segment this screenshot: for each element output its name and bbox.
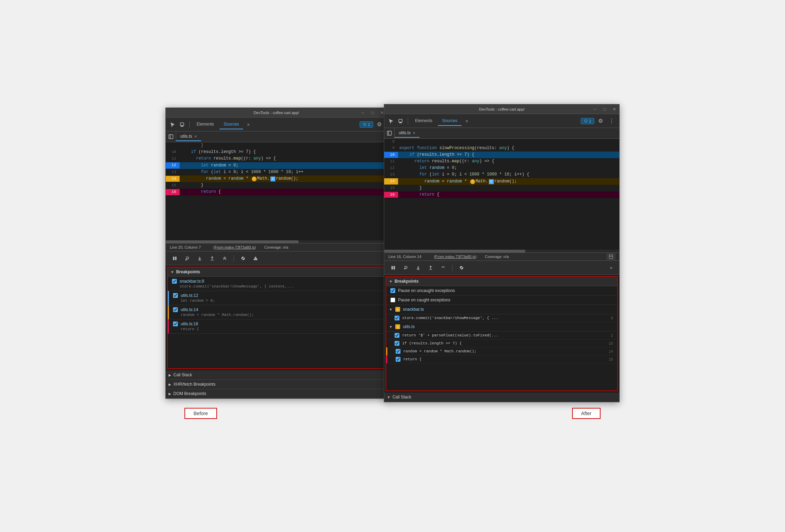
- snackbar-group-header[interactable]: ▼ {} snackbar.ts: [386, 305, 617, 314]
- source-link[interactable]: From index-73f73a80.js: [215, 245, 255, 249]
- r-call-stack-header[interactable]: ▼ Call Stack: [384, 393, 619, 402]
- sidebar-toggle[interactable]: [166, 131, 176, 142]
- tab-sources[interactable]: Sources: [219, 120, 243, 129]
- r-call-stack-label: Call Stack: [392, 395, 411, 400]
- file-tab-utils[interactable]: utils.ts ✕: [176, 132, 201, 141]
- deactivate-breakpoints-button[interactable]: [238, 254, 248, 263]
- console-badge[interactable]: 🗨 1: [360, 121, 373, 128]
- r-more-options[interactable]: »: [607, 265, 615, 270]
- settings-icon[interactable]: ⚙: [374, 120, 384, 129]
- r-step-into-button[interactable]: [413, 263, 423, 273]
- r-coverage-status: Coverage: n/a: [485, 255, 509, 259]
- r-code-line-10: 10 if (results.length >= 7) {: [384, 152, 619, 158]
- r-code-line-12: 12 let random = 0;: [384, 165, 619, 171]
- r-step-over-button[interactable]: [401, 263, 411, 273]
- r-file-tab-close[interactable]: ✕: [413, 131, 415, 135]
- r-file-tab-name: utils.ts: [399, 130, 411, 135]
- right-toolbar: Elements Sources » 🗨 1 ⚙ ⋮: [384, 114, 619, 128]
- pause-caught-checkbox[interactable]: [390, 298, 395, 302]
- utils-bp-line-3: 14: [606, 349, 613, 353]
- call-stack-header[interactable]: ▶ Call Stack: [166, 370, 387, 380]
- svg-rect-17: [387, 131, 391, 135]
- r-pause-button[interactable]: [388, 263, 398, 273]
- pause-uncaught-checkbox[interactable]: [390, 288, 395, 293]
- r-tab-sources[interactable]: Sources: [438, 116, 461, 126]
- r-maximize-button[interactable]: □: [600, 104, 610, 114]
- utils-group-header[interactable]: ▼ {} utils.ts: [386, 322, 617, 332]
- utils-bp-code-4: return {: [403, 357, 603, 361]
- left-title-bar: DevTools - coffee-cart.app/ – □ ✕: [166, 108, 387, 118]
- r-more-icon[interactable]: ⋮: [607, 116, 616, 126]
- r-more-tabs[interactable]: »: [463, 119, 471, 123]
- xhr-header[interactable]: ▶ XHR/fetch Breakpoints: [166, 380, 387, 389]
- horizontal-scrollbar[interactable]: [166, 240, 387, 243]
- minimize-button[interactable]: –: [358, 108, 368, 118]
- left-title-text: DevTools - coffee-cart.app/: [253, 111, 299, 115]
- bp-filename-1: snackbar.ts:9: [180, 279, 204, 284]
- bp-checkbox-1[interactable]: [172, 279, 177, 284]
- r-console-badge[interactable]: 🗨 1: [581, 118, 594, 124]
- r-minimize-button[interactable]: –: [590, 104, 600, 114]
- svg-rect-22: [394, 266, 395, 269]
- badge-count: 1: [368, 122, 370, 127]
- r-code-line-14: 14 random = random * ?Math.Drandom();: [384, 178, 619, 185]
- svg-rect-2: [169, 135, 173, 139]
- bp-code-3: random = random * Math.random();: [173, 312, 381, 317]
- code-line-14: 14 random = random * ?Math.Drandom();: [166, 175, 387, 182]
- right-code-area: 8 9 export function slowProcessing(resul…: [384, 139, 619, 252]
- cursor-icon[interactable]: [169, 120, 177, 129]
- r-breakpoints-header[interactable]: ▼ Breakpoints: [386, 277, 617, 286]
- bp-checkbox-2[interactable]: [173, 293, 178, 298]
- r-source-link[interactable]: From index-73f73a80.js: [435, 255, 475, 259]
- breakpoints-header[interactable]: ▼ Breakpoints: [168, 267, 385, 277]
- r-breakpoints-title: Breakpoints: [395, 279, 419, 284]
- svg-rect-19: [609, 255, 613, 258]
- tab-elements[interactable]: Elements: [192, 120, 218, 129]
- pause-on-exception-button[interactable]: !: [251, 254, 260, 263]
- right-devtools-panel: DevTools - coffee-cart.app/ – □ ✕ Elemen…: [384, 104, 620, 402]
- r-deactivate-btn[interactable]: [457, 263, 466, 273]
- left-file-tab-bar: utils.ts ✕: [166, 131, 387, 142]
- svg-rect-21: [391, 266, 393, 269]
- layout-icon[interactable]: [607, 254, 615, 260]
- step-out-button[interactable]: [207, 254, 217, 263]
- r-horizontal-scrollbar[interactable]: [384, 250, 619, 252]
- r-step-out-button[interactable]: [426, 263, 435, 273]
- r-close-button[interactable]: ✕: [610, 104, 619, 114]
- r-scroll-thumb-h: [384, 250, 525, 252]
- r-code-line-11: 11 return results.map((r: any) => {: [384, 158, 619, 165]
- step-into-button[interactable]: [195, 254, 205, 263]
- dom-header[interactable]: ▶ DOM Breakpoints: [166, 389, 387, 398]
- right-status-bar: Line 16, Column 14 (From index-73f73a80.…: [384, 252, 619, 261]
- bp-filename-4: utils.ts:16: [181, 321, 198, 326]
- utils-group-name: utils.ts: [403, 324, 415, 329]
- pause-caught-item: Pause on caught exceptions: [386, 295, 617, 305]
- device-icon[interactable]: [178, 120, 187, 129]
- code-line: 11 return results.map((r: any) => {: [166, 155, 387, 162]
- file-tab-close[interactable]: ✕: [194, 135, 197, 138]
- step-over-button[interactable]: [182, 254, 192, 263]
- snackbar-bp-checkbox[interactable]: [395, 316, 399, 320]
- step-button[interactable]: [220, 254, 230, 263]
- utils-bp-line-4: 16: [606, 357, 613, 361]
- utils-bp-checkbox-3[interactable]: [396, 349, 400, 354]
- r-file-tab-utils[interactable]: utils.ts ✕: [395, 129, 420, 138]
- r-device-icon[interactable]: [397, 117, 405, 125]
- utils-bp-checkbox-2[interactable]: [395, 341, 399, 346]
- r-step-button[interactable]: [438, 263, 448, 273]
- utils-bp-checkbox-1[interactable]: [395, 333, 399, 338]
- r-cursor-icon[interactable]: [387, 117, 395, 125]
- bp-checkbox-4[interactable]: [173, 321, 178, 326]
- bp-code-4: return {: [173, 326, 381, 331]
- r-console-icon: 🗨: [584, 119, 588, 123]
- bp-checkbox-3[interactable]: [173, 307, 178, 312]
- maximize-button[interactable]: □: [368, 108, 377, 118]
- r-settings-icon[interactable]: ⚙: [596, 116, 605, 126]
- left-devtools-panel: DevTools - coffee-cart.app/ – □ ✕ Elemen…: [165, 108, 387, 399]
- r-tab-elements[interactable]: Elements: [411, 116, 437, 126]
- r-sidebar-toggle[interactable]: [384, 128, 395, 138]
- pause-button[interactable]: [170, 254, 180, 263]
- utils-bp-checkbox-4[interactable]: [396, 357, 400, 362]
- more-tabs[interactable]: »: [244, 122, 252, 127]
- left-code-area: } 10 if (results.length >= 7) { 11 retur…: [166, 142, 387, 243]
